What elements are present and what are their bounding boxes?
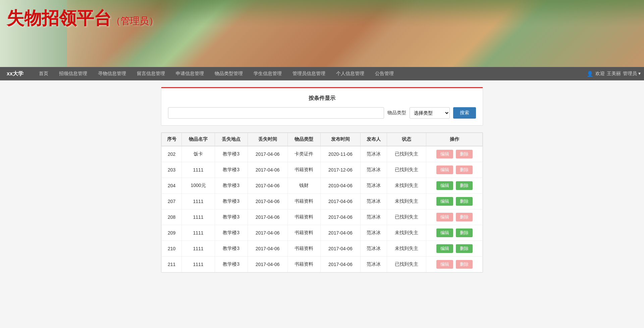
table-row: 202 饭卡 教学楼3 2017-04-06 卡类证件 2020-11-06 范… xyxy=(162,146,483,162)
cell-publisher: 范冰冰 xyxy=(360,241,387,257)
search-row: 物品类型 选择类型 卡类证件 书籍资料 钱财 搜索 xyxy=(168,107,476,119)
cell-action: 编辑 删除 xyxy=(426,146,483,162)
cell-id: 207 xyxy=(162,194,182,209)
nav-announcement[interactable]: 公告管理 xyxy=(370,67,399,80)
cell-losttime: 2017-04-06 xyxy=(248,241,287,257)
cell-id: 210 xyxy=(162,241,182,257)
table-container: 序号 物品名字 丢失地点 丢失时间 物品类型 发布时间 发布人 状态 操作 20… xyxy=(161,132,483,273)
edit-button[interactable]: 编辑 xyxy=(436,150,453,158)
nav-personal[interactable]: 个人信息管理 xyxy=(331,67,370,80)
cell-location: 教学楼3 xyxy=(215,225,248,241)
nav-category[interactable]: 物品类型管理 xyxy=(209,67,248,80)
cell-status: 已找到失主 xyxy=(387,146,426,162)
nav-student[interactable]: 学生信息管理 xyxy=(248,67,287,80)
edit-button[interactable]: 编辑 xyxy=(436,213,453,221)
main-content: 按条件显示 物品类型 选择类型 卡类证件 书籍资料 钱财 搜索 序号 物品名字 … xyxy=(161,87,483,273)
cell-name: 1111 xyxy=(182,162,215,178)
cell-publisher: 范冰冰 xyxy=(360,257,387,272)
title-text: 失物招领平台 xyxy=(7,8,111,28)
cell-category: 书籍资料 xyxy=(287,225,320,241)
table-header-row: 序号 物品名字 丢失地点 丢失时间 物品类型 发布时间 发布人 状态 操作 xyxy=(162,133,483,146)
cell-action: 编辑 删除 xyxy=(426,225,483,241)
delete-button[interactable]: 删除 xyxy=(456,166,473,174)
cell-losttime: 2017-04-06 xyxy=(248,178,287,194)
cell-name: 1111 xyxy=(182,194,215,209)
cell-action: 编辑 删除 xyxy=(426,209,483,225)
cell-publishtime: 2017-04-06 xyxy=(320,209,360,225)
delete-button[interactable]: 删除 xyxy=(456,150,473,158)
cell-publisher: 范冰冰 xyxy=(360,146,387,162)
cell-id: 204 xyxy=(162,178,182,194)
table-row: 209 1111 教学楼3 2017-04-06 书籍资料 2017-04-06… xyxy=(162,225,483,241)
cell-location: 教学楼3 xyxy=(215,194,248,209)
cell-losttime: 2017-04-06 xyxy=(248,257,287,272)
cell-location: 教学楼3 xyxy=(215,162,248,178)
edit-button[interactable]: 编辑 xyxy=(436,166,453,174)
nav-recruit[interactable]: 招领信息管理 xyxy=(54,67,93,80)
category-label: 物品类型 xyxy=(387,110,406,116)
table-row: 207 1111 教学楼3 2017-04-06 书籍资料 2017-04-06… xyxy=(162,194,483,209)
col-publisher: 发布人 xyxy=(360,133,387,146)
nav-home[interactable]: 首页 xyxy=(34,67,54,80)
nav-search[interactable]: 寻物信息管理 xyxy=(93,67,131,80)
delete-button[interactable]: 删除 xyxy=(456,228,473,237)
cell-publisher: 范冰冰 xyxy=(360,194,387,209)
nav-message[interactable]: 留言信息管理 xyxy=(131,67,170,80)
col-publishtime: 发布时间 xyxy=(320,133,360,146)
cell-category: 卡类证件 xyxy=(287,146,320,162)
col-status: 状态 xyxy=(387,133,426,146)
category-select[interactable]: 选择类型 卡类证件 书籍资料 钱财 xyxy=(410,107,450,119)
navbar: xx大学 首页 招领信息管理 寻物信息管理 留言信息管理 申请信息管理 物品类型… xyxy=(0,67,644,80)
user-role: 管理员 ▾ xyxy=(623,71,641,77)
cell-publishtime: 2017-04-06 xyxy=(320,225,360,241)
cell-id: 203 xyxy=(162,162,182,178)
col-id: 序号 xyxy=(162,133,182,146)
cell-status: 未找到失主 xyxy=(387,194,426,209)
delete-button[interactable]: 删除 xyxy=(456,181,473,190)
admin-tag: （管理员） xyxy=(111,16,158,26)
user-name: 王美丽 xyxy=(607,71,621,77)
table-row: 211 1111 教学楼3 2017-04-06 书籍资料 2017-04-06… xyxy=(162,257,483,272)
cell-category: 书籍资料 xyxy=(287,241,320,257)
cell-id: 202 xyxy=(162,146,182,162)
cell-status: 未找到失主 xyxy=(387,225,426,241)
cell-name: 1111 xyxy=(182,241,215,257)
cell-status: 已找到失主 xyxy=(387,257,426,272)
cell-location: 教学楼3 xyxy=(215,241,248,257)
welcome-text: 欢迎 xyxy=(595,71,605,77)
cell-losttime: 2017-04-06 xyxy=(248,162,287,178)
edit-button[interactable]: 编辑 xyxy=(436,260,453,269)
cell-status: 未找到失主 xyxy=(387,178,426,194)
edit-button[interactable]: 编辑 xyxy=(436,181,453,190)
cell-category: 书籍资料 xyxy=(287,257,320,272)
delete-button[interactable]: 删除 xyxy=(456,197,473,206)
nav-admin[interactable]: 管理员信息管理 xyxy=(287,67,331,80)
cell-category: 书籍资料 xyxy=(287,162,320,178)
col-name: 物品名字 xyxy=(182,133,215,146)
search-input[interactable] xyxy=(168,107,384,119)
cell-publishtime: 2017-04-06 xyxy=(320,194,360,209)
cell-name: 1111 xyxy=(182,257,215,272)
cell-losttime: 2017-04-06 xyxy=(248,146,287,162)
table-row: 210 1111 教学楼3 2017-04-06 书籍资料 2017-04-06… xyxy=(162,241,483,257)
header: 失物招领平台（管理员） xyxy=(0,0,644,67)
search-panel-title: 按条件显示 xyxy=(168,95,476,102)
nav-apply[interactable]: 申请信息管理 xyxy=(170,67,209,80)
navbar-brand[interactable]: xx大学 xyxy=(3,70,27,77)
search-button[interactable]: 搜索 xyxy=(453,107,476,119)
cell-publishtime: 2017-12-06 xyxy=(320,162,360,178)
edit-button[interactable]: 编辑 xyxy=(436,244,453,253)
user-menu[interactable]: 👤 欢迎 王美丽 管理员 ▾ xyxy=(587,71,641,77)
delete-button[interactable]: 删除 xyxy=(456,213,473,221)
edit-button[interactable]: 编辑 xyxy=(436,197,453,206)
cell-publishtime: 2017-04-06 xyxy=(320,241,360,257)
cell-status: 已找到失主 xyxy=(387,162,426,178)
delete-button[interactable]: 删除 xyxy=(456,260,473,269)
cell-status: 已找到失主 xyxy=(387,209,426,225)
edit-button[interactable]: 编辑 xyxy=(436,228,453,237)
table-row: 203 1111 教学楼3 2017-04-06 书籍资料 2017-12-06… xyxy=(162,162,483,178)
delete-button[interactable]: 删除 xyxy=(456,244,473,253)
search-panel: 按条件显示 物品类型 选择类型 卡类证件 书籍资料 钱财 搜索 xyxy=(161,87,483,126)
cell-location: 教学楼3 xyxy=(215,209,248,225)
cell-name: 饭卡 xyxy=(182,146,215,162)
